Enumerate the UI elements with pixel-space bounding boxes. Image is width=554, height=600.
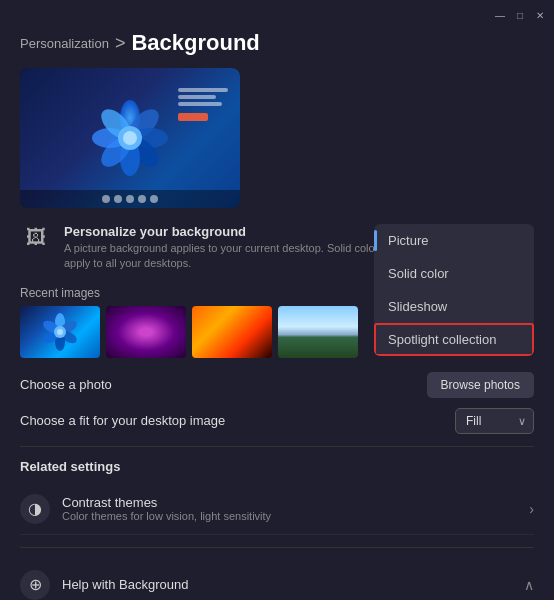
contrast-themes-left: ◑ Contrast themes Color themes for low v… xyxy=(20,494,271,524)
dropdown-item-slideshow[interactable]: Slideshow xyxy=(374,290,534,323)
contrast-themes-desc: Color themes for low vision, light sensi… xyxy=(62,510,271,522)
dropdown-picture-label: Picture xyxy=(388,233,428,248)
background-type-dropdown[interactable]: Picture Solid color Slideshow Spotlight … xyxy=(374,224,534,356)
choose-photo-row: Choose a photo Browse photos xyxy=(20,372,534,398)
breadcrumb-separator: > xyxy=(115,33,126,54)
dropdown-item-solid-color[interactable]: Solid color xyxy=(374,257,534,290)
contrast-themes-text: Contrast themes Color themes for low vis… xyxy=(62,495,271,522)
fit-select[interactable]: Fill Fit Stretch Tile Center Span xyxy=(455,408,534,434)
divider-2 xyxy=(20,547,534,548)
desktop-preview xyxy=(20,68,240,208)
svg-point-9 xyxy=(123,131,137,145)
recent-image-4[interactable] xyxy=(278,306,358,358)
personalize-section: 🖼 Personalize your background A picture … xyxy=(20,224,534,272)
related-settings-section: Related settings ◑ Contrast themes Color… xyxy=(20,459,534,535)
divider-1 xyxy=(20,446,534,447)
minimize-button[interactable]: — xyxy=(494,9,506,21)
close-button[interactable]: ✕ xyxy=(534,9,546,21)
chevron-right-icon: › xyxy=(529,501,534,517)
breadcrumb-parent[interactable]: Personalization xyxy=(20,36,109,51)
breadcrumb: Personalization > Background xyxy=(20,30,534,56)
help-row-left: ⊕ Help with Background xyxy=(20,570,188,600)
page-title: Background xyxy=(131,30,259,56)
personalize-icon: 🖼 xyxy=(20,224,52,256)
help-icon: ⊕ xyxy=(20,570,50,600)
choose-fit-label: Choose a fit for your desktop image xyxy=(20,413,225,428)
help-row[interactable]: ⊕ Help with Background ∧ xyxy=(20,560,534,600)
recent-image-2[interactable] xyxy=(106,306,186,358)
wallpaper-flower-icon xyxy=(90,98,170,178)
svg-point-17 xyxy=(57,329,63,335)
dropdown-slideshow-label: Slideshow xyxy=(388,299,447,314)
contrast-themes-icon: ◑ xyxy=(20,494,50,524)
dropdown-solid-label: Solid color xyxy=(388,266,449,281)
maximize-button[interactable]: □ xyxy=(514,9,526,21)
choose-photo-label: Choose a photo xyxy=(20,377,112,392)
contrast-themes-row[interactable]: ◑ Contrast themes Color themes for low v… xyxy=(20,484,534,535)
dropdown-item-picture[interactable]: Picture xyxy=(374,224,534,257)
preview-widgets xyxy=(178,88,228,121)
preview-taskbar xyxy=(20,190,240,208)
help-section: ⊕ Help with Background ∧ Getting new wal… xyxy=(20,560,534,600)
recent-image-1[interactable] xyxy=(20,306,100,358)
browse-photos-button[interactable]: Browse photos xyxy=(427,372,534,398)
recent-image-3[interactable] xyxy=(192,306,272,358)
related-settings-title: Related settings xyxy=(20,459,534,474)
titlebar: — □ ✕ xyxy=(0,0,554,30)
fit-select-wrapper[interactable]: Fill Fit Stretch Tile Center Span xyxy=(455,408,534,434)
choose-fit-row: Choose a fit for your desktop image Fill… xyxy=(20,408,534,434)
contrast-themes-title: Contrast themes xyxy=(62,495,271,510)
dropdown-spotlight-label: Spotlight collection xyxy=(388,332,496,347)
help-title: Help with Background xyxy=(62,577,188,592)
main-content: Personalization > Background xyxy=(0,30,554,600)
dropdown-item-spotlight[interactable]: Spotlight collection xyxy=(374,323,534,356)
chevron-down-icon: ∧ xyxy=(524,577,534,593)
